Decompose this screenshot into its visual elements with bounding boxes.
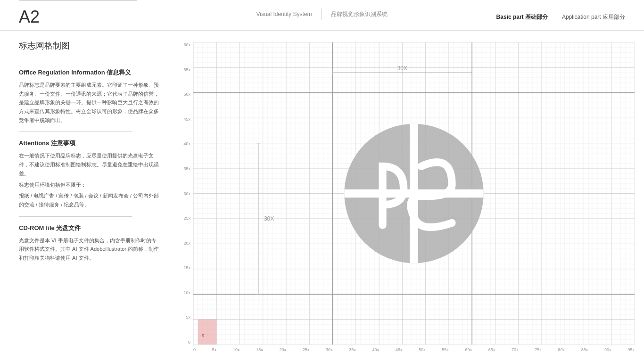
- divider-3: [19, 216, 132, 217]
- svg-text:x: x: [202, 333, 204, 337]
- main-content: 标志网格制图 Office Regulation Information 信息释…: [0, 31, 644, 362]
- svg-text:30X: 30X: [264, 215, 274, 222]
- attentions-block: Attentions 注意事项 在一般情况下使用品牌标志，应尽量使用提供的光盘电…: [19, 139, 160, 209]
- app-part-label: Application part 应用部分: [562, 13, 625, 21]
- cdrom-heading: CD-ROM file 光盘文件: [19, 224, 160, 232]
- divider-2: [19, 132, 132, 132]
- x-label: 10x: [233, 347, 240, 352]
- basic-part-label: Basic part 基础部分: [496, 13, 548, 21]
- x-label: 85x: [581, 347, 588, 352]
- x-label: 40x: [372, 347, 380, 352]
- x-label: 50x: [419, 347, 426, 352]
- y-label: 20x: [179, 241, 192, 246]
- y-label: 40x: [179, 141, 192, 146]
- y-label: 10x: [179, 290, 192, 295]
- cn-system-label: 品牌视觉形象识别系统: [331, 10, 388, 18]
- grid-container: 05x10x15x20x25x30x35x40x45x50x55x60x 30X…: [179, 35, 639, 359]
- x-label: 20x: [280, 347, 287, 352]
- svg-rect-173: [198, 320, 216, 345]
- regulation-heading: Office Regulation Information 信息释义: [19, 68, 160, 77]
- x-label: 90x: [604, 347, 611, 352]
- y-label: 35x: [179, 166, 192, 171]
- grid-canvas: 30X30Xx: [193, 42, 635, 345]
- page-code: A2: [19, 8, 40, 25]
- regulation-text: 品牌标志是品牌要素的主要组成元素。它印证了一种形象、预先服务、一份文件、一份通讯…: [19, 81, 160, 124]
- header-center: Visual Identity System 品牌视觉形象识别系统: [256, 8, 388, 20]
- right-panel: 05x10x15x20x25x30x35x40x45x50x55x60x 30X…: [179, 31, 644, 362]
- cdrom-block: CD-ROM file 光盘文件 光盘文件是本 VI 手册电子文件的集合，内含手…: [19, 224, 160, 263]
- x-label: 65x: [488, 347, 495, 352]
- left-panel: 标志网格制图 Office Regulation Information 信息释…: [0, 31, 179, 362]
- y-label: 50x: [179, 92, 192, 97]
- x-label: 45x: [396, 347, 403, 352]
- x-label: 15x: [256, 347, 263, 352]
- attentions-text3: 报纸 / 电视广告 / 宣传 / 包装 / 会议 / 新闻发布会 / 公司内外部…: [19, 191, 160, 209]
- y-label: 45x: [179, 117, 192, 122]
- x-label: 80x: [558, 347, 565, 352]
- x-label: 5x: [212, 347, 217, 352]
- x-label: 75x: [535, 347, 542, 352]
- header-top-line: [19, 0, 137, 0]
- y-label: 0: [179, 340, 192, 345]
- section-title: 标志网格制图: [19, 40, 160, 51]
- header: A2 Visual Identity System 品牌视觉形象识别系统 Bas…: [0, 0, 644, 31]
- x-label: 55x: [442, 347, 449, 352]
- y-label: 30x: [179, 191, 192, 196]
- cdrom-text: 光盘文件是本 VI 手册电子文件的集合，内含手册制作时的专用软件格式文件。其中 …: [19, 236, 160, 263]
- attentions-text1: 在一般情况下使用品牌标志，应尽量使用提供的光盘电子文件，不建议使用标准制图绘制标…: [19, 151, 160, 178]
- vi-system-label: Visual Identity System: [256, 11, 312, 17]
- grid-svg: 30X30Xx: [193, 42, 635, 345]
- x-axis: 05x10x15x20x25x30x35x40x45x50x55x60x65x7…: [193, 346, 635, 359]
- attentions-heading: Attentions 注意事项: [19, 139, 160, 148]
- y-label: 5x: [179, 315, 192, 320]
- y-label: 15x: [179, 265, 192, 270]
- header-right: Basic part 基础部分 Application part 应用部分: [496, 13, 625, 21]
- y-label: 55x: [179, 67, 192, 72]
- divider-1: [19, 61, 132, 61]
- regulation-block: Office Regulation Information 信息释义 品牌标志是…: [19, 68, 160, 124]
- x-label: 25x: [303, 347, 310, 352]
- x-label: 30x: [326, 347, 333, 352]
- y-label: 60x: [179, 42, 192, 47]
- svg-text:30X: 30X: [397, 65, 407, 72]
- x-label: 0: [193, 347, 196, 352]
- y-label: 25x: [179, 216, 192, 221]
- y-axis: 05x10x15x20x25x30x35x40x45x50x55x60x: [179, 42, 192, 345]
- x-label: 70x: [512, 347, 519, 352]
- x-label: 95x: [627, 347, 635, 352]
- attentions-text2: 标志使用环境包括但不限于：: [19, 181, 160, 189]
- x-label: 35x: [349, 347, 356, 352]
- header-divider: [321, 8, 322, 20]
- x-label: 60x: [465, 347, 472, 352]
